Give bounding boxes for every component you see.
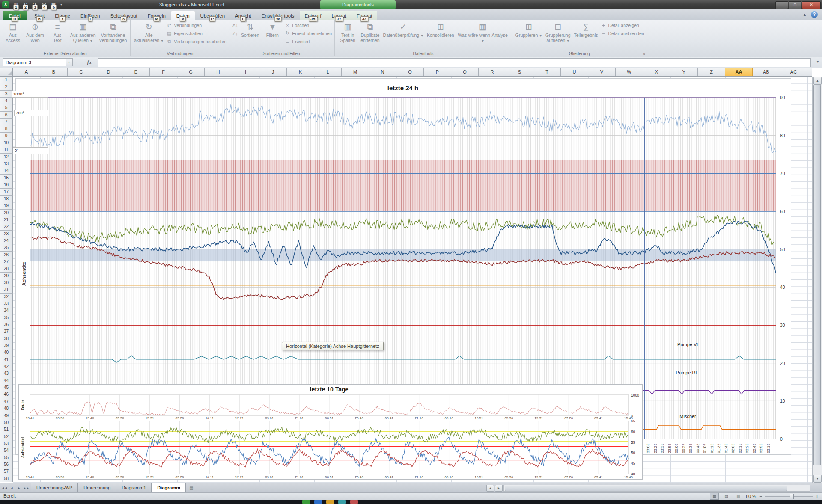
ribbon-button-was-waere-wenn-analyse[interactable]: ▦Was-wäre-wenn-Analyse ▼ — [456, 21, 510, 43]
insert-function-button[interactable]: fx — [84, 58, 95, 66]
column-header-M[interactable]: M — [342, 68, 369, 76]
sheet-tab-umrechnung[interactable]: Umrechnung — [78, 483, 116, 493]
excel-app-icon[interactable]: X — [2, 1, 9, 8]
hscroll-left-icon[interactable]: ◄ — [486, 485, 494, 492]
row-header-33[interactable]: 33 — [0, 300, 13, 307]
ribbon-button-eigenschaften[interactable]: ▤Eigenschaften — [166, 30, 226, 36]
ribbon-tab-layout[interactable]: LayoutJY — [327, 11, 352, 20]
row-header-31[interactable]: 31 — [0, 286, 13, 293]
row-header-21[interactable]: 21 — [0, 216, 13, 223]
minimize-ribbon-icon[interactable]: ▲ — [803, 12, 807, 17]
column-header-I[interactable]: I — [232, 68, 259, 76]
row-header-56[interactable]: 56 — [0, 461, 13, 468]
ribbon-button-aus-dem-web[interactable]: ⊕Aus demWeb — [24, 21, 46, 43]
qat-quickprint-button[interactable]: ▦5 — [49, 0, 58, 9]
horizontal-scrollbar[interactable] — [503, 485, 810, 492]
row-header-20[interactable]: 20 — [0, 210, 13, 216]
row-header-7[interactable]: 7 — [0, 119, 13, 125]
ribbon-button-erneut-uebernehmen[interactable]: ↻Erneut übernehmen — [284, 30, 332, 36]
row-header-17[interactable]: 17 — [0, 189, 13, 196]
ribbon-button-detail-ausblenden[interactable]: −Detail ausblenden — [601, 30, 644, 36]
row-header-38[interactable]: 38 — [0, 335, 13, 342]
column-header-AA[interactable]: AA — [725, 68, 753, 76]
qat-customize-icon[interactable]: ▼ — [59, 0, 64, 9]
row-header-40[interactable]: 40 — [0, 349, 13, 356]
column-header-B[interactable]: B — [40, 68, 68, 76]
row-header-36[interactable]: 36 — [0, 321, 13, 328]
row-header-45[interactable]: 45 — [0, 384, 13, 391]
row-header-53[interactable]: 53 — [0, 440, 13, 447]
row-header-42[interactable]: 42 — [0, 363, 13, 370]
prev-sheet-icon[interactable]: ◄ — [8, 483, 15, 493]
row-header-4[interactable]: 4 — [0, 98, 13, 104]
sheet-tab-diagramm1[interactable]: Diagramm1 — [116, 483, 152, 493]
ribbon-tab-einfuegen[interactable]: EinfügenI — [75, 11, 105, 20]
column-header-W[interactable]: W — [616, 68, 643, 76]
row-header-15[interactable]: 15 — [0, 175, 13, 181]
zoom-out-icon[interactable]: − — [759, 493, 762, 499]
minimize-button[interactable]: ─ — [775, 1, 788, 9]
column-header-L[interactable]: L — [314, 68, 342, 76]
row-header-16[interactable]: 16 — [0, 181, 13, 188]
ribbon-button-aus-access[interactable]: ▤AusAccess — [2, 21, 24, 43]
ribbon-button-erweitert[interactable]: ≡Erweitert — [284, 38, 332, 44]
ribbon-button-duplikate-entfernen[interactable]: ⧉Duplikateentfernen — [359, 21, 381, 43]
row-header-58[interactable]: 58 — [0, 475, 13, 482]
ribbon-button-alle-aktualisieren[interactable]: ↻Alleaktualisieren ▼ — [132, 21, 165, 43]
row-header-13[interactable]: 13 — [0, 160, 13, 167]
column-header-N[interactable]: N — [369, 68, 396, 76]
column-header-U[interactable]: U — [561, 68, 588, 76]
scroll-down-icon[interactable]: ▼ — [813, 475, 822, 483]
column-header-Y[interactable]: Y — [670, 68, 698, 76]
chart-letzte-10-tage[interactable]: letzte 10 Tage15:4115:4103:3603:3615:461… — [18, 384, 643, 480]
row-header-51[interactable]: 51 — [0, 426, 13, 433]
row-header-57[interactable]: 57 — [0, 468, 13, 475]
column-header-H[interactable]: H — [205, 68, 232, 76]
ribbon-tab-formeln[interactable]: FormelnM — [143, 11, 171, 20]
ribbon-button-verknuepfungen-bearbeiten[interactable]: ⧉Verknüpfungen bearbeiten — [166, 38, 226, 44]
vertical-scrollbar-thumb[interactable] — [813, 85, 821, 465]
column-header-F[interactable]: F — [150, 68, 177, 76]
row-header-52[interactable]: 52 — [0, 433, 13, 440]
qat-mail-button[interactable]: ✉4 — [40, 0, 48, 9]
row-header-50[interactable]: 50 — [0, 419, 13, 426]
row-header-46[interactable]: 46 — [0, 391, 13, 398]
ribbon-tab-ansicht[interactable]: AnsichtF — [230, 11, 256, 20]
dialog-launcher-icon[interactable]: ↘ — [642, 51, 646, 56]
row-header-23[interactable]: 23 — [0, 231, 13, 237]
page-break-view-icon[interactable]: ▥ — [734, 493, 743, 500]
ribbon-button-gruppierung-aufheben[interactable]: ⊟Gruppierungaufheben ▼ — [544, 21, 572, 43]
column-header-T[interactable]: T — [533, 68, 561, 76]
ribbon-button-sortieren[interactable]: ⇅Sortieren — [239, 21, 261, 38]
ribbon-tab-start[interactable]: StartR — [29, 11, 50, 20]
column-header-J[interactable]: J — [259, 68, 287, 76]
column-header-E[interactable]: E — [122, 68, 150, 76]
zoom-slider-thumb[interactable] — [790, 494, 794, 499]
row-header-34[interactable]: 34 — [0, 307, 13, 314]
row-header-18[interactable]: 18 — [0, 196, 13, 202]
taskbar-app-icon[interactable] — [302, 500, 310, 504]
row-header-19[interactable]: 19 — [0, 202, 13, 209]
ribbon-button-teilergebnis[interactable]: ∑Teilergebnis — [572, 21, 599, 38]
ribbon-button-aus-text[interactable]: ≡AusText — [46, 21, 68, 43]
ribbon-tab-ueberpruefen[interactable]: ÜberprüfenP — [195, 11, 230, 20]
taskbar-app-icon[interactable] — [338, 500, 346, 504]
next-sheet-icon[interactable]: ► — [15, 483, 23, 493]
row-header-35[interactable]: 35 — [0, 314, 13, 321]
name-box-dropdown-icon[interactable]: ▼ — [66, 58, 73, 66]
ribbon-tab-seitenlayout[interactable]: SeitenlayoutS — [105, 11, 142, 20]
row-header-5[interactable]: 5 — [0, 104, 13, 111]
row-header-22[interactable]: 22 — [0, 223, 13, 230]
ribbon-button-datenueberpruefung[interactable]: ✓Datenüberprüfung ▼ — [381, 21, 426, 39]
row-header-37[interactable]: 37 — [0, 328, 13, 335]
name-box[interactable]: Diagramm 3 — [3, 58, 66, 66]
row-header-25[interactable]: 25 — [0, 244, 13, 251]
formula-input[interactable] — [98, 58, 811, 67]
ribbon-tab-eigene[interactable]: EigeneY — [50, 11, 75, 20]
column-header-C[interactable]: C — [68, 68, 95, 76]
row-header-41[interactable]: 41 — [0, 356, 13, 363]
normal-view-icon[interactable]: ▦ — [710, 493, 719, 500]
column-header-Z[interactable]: Z — [698, 68, 725, 76]
ribbon-button-text-in-spalten[interactable]: ▥Text inSpalten — [337, 21, 359, 43]
column-header-X[interactable]: X — [643, 68, 670, 76]
